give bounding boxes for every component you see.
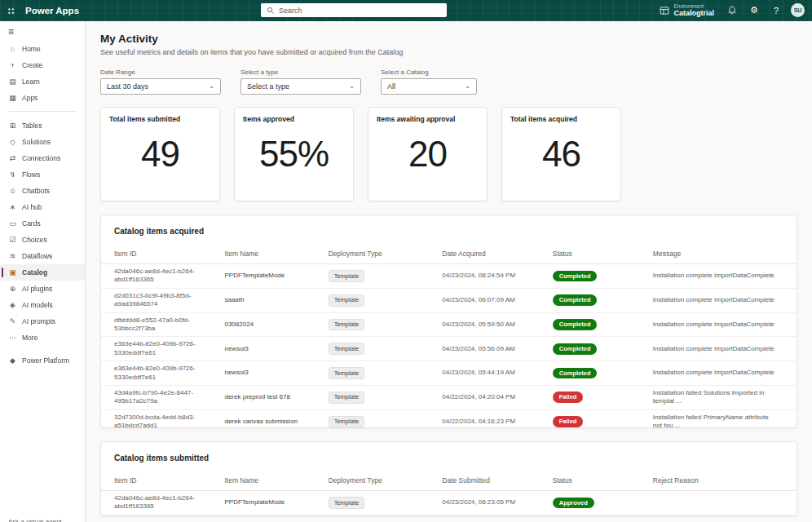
filter-type: Select a type Select a type ⌄ (241, 69, 361, 95)
help-button[interactable]: ? (769, 3, 783, 18)
sidebar-item-cards[interactable]: ▭ Cards (0, 215, 85, 232)
ask-virtual-agent-link[interactable]: Ask a virtual agent (8, 518, 62, 522)
table-row[interactable]: 42da046c-ae8d-4ec1-b264-abd1ff163365 PPD… (101, 491, 797, 515)
bot-icon: ☺ (8, 187, 17, 195)
ai-hub-icon: ∗ (8, 203, 17, 211)
sidebar-item-more[interactable]: ⋯ More (0, 330, 85, 346)
sidebar-item-ai-hub[interactable]: ∗ AI hub (0, 199, 85, 215)
sidebar-item-label: Apps (22, 94, 38, 102)
status-badge: Completed (553, 271, 598, 282)
sidebar-item-chatbots[interactable]: ☺ Chatbots (0, 183, 85, 199)
app-name: Power Apps (25, 6, 79, 15)
choices-icon: ☑ (8, 236, 17, 244)
dropdown-value: Select a type (247, 82, 289, 91)
acquired-table-scroll-area[interactable]: 42da046c-ae8d-4ec1-b264-abd1ff163365 PPD… (101, 264, 797, 427)
metric-value: 20 (377, 134, 479, 175)
sidebar-item-label: Power Platform (22, 356, 69, 365)
metric-value: 46 (510, 134, 612, 175)
environment-switcher[interactable]: Environment Catalogtrial (656, 2, 717, 18)
item-name: 03082024 (224, 317, 328, 332)
deployment-type-badge: Template (329, 416, 364, 427)
status-badge: Completed (553, 368, 598, 379)
sidebar-item-apps[interactable]: ▦ Apps (0, 90, 85, 106)
sidebar-item-choices[interactable]: ☑ Choices (0, 232, 85, 248)
deployment-type-badge: Template (329, 294, 364, 307)
deployment-type-badge: Template (329, 367, 364, 379)
top-bar: Power Apps Search Environment Catalogtri… (0, 0, 812, 21)
status-badge: Approved (553, 498, 594, 509)
sidebar-item-label: Choices (22, 236, 47, 244)
sidebar-item-label: AI models (22, 301, 53, 309)
sidebar-divider (8, 111, 77, 112)
table-row[interactable]: 43d4a9fc-b790-4e2e-8447-495b17a2c79a der… (101, 386, 797, 410)
filter-date-range: Date Range Last 30 days ⌄ (100, 69, 221, 95)
metric-card-items-approved: Items approved 55% (234, 107, 354, 201)
table-row[interactable]: e363e44b-82e0-409b-9726-5330eddf7e61 new… (101, 361, 797, 386)
metric-value: 49 (109, 134, 211, 175)
table-row[interactable]: 42da046c-ae8d-4ec1-b264-abd1ff163365 PPD… (101, 264, 797, 289)
sidebar-item-catalog[interactable]: ▣ Catalog (0, 264, 85, 281)
main-content: My Activity See useful metrics and detai… (86, 21, 812, 522)
column-header: Deployment Type (329, 473, 443, 490)
catalog-dropdown[interactable]: All ⌄ (381, 78, 477, 95)
message: Installation complete ImportDataComplete (653, 342, 783, 356)
metric-value: 55% (243, 134, 345, 175)
column-header: Reject Reason (653, 473, 783, 490)
app-launcher-button[interactable] (0, 0, 21, 21)
settings-button[interactable]: ⚙ (747, 3, 761, 18)
message: Installation failed PrimaryName attribut… (653, 410, 783, 427)
column-header: Item ID (114, 473, 224, 490)
sidebar-item-label: Tables (22, 122, 42, 130)
sidebar-item-ai-prompts[interactable]: ✎ AI prompts (0, 313, 85, 330)
plus-icon: + (8, 61, 17, 69)
table-row[interactable]: d2d031c3-0c9f-49b3-8f5d-a9ad39846574 saa… (101, 289, 797, 313)
message: Installation complete ImportDataComplete (653, 268, 783, 283)
column-header: Date Acquired (442, 246, 552, 263)
home-icon: ⌂ (8, 45, 17, 53)
metric-label: Items approved (243, 115, 345, 123)
item-name: newsol3 (224, 365, 328, 380)
sidebar-item-ai-plugins[interactable]: ⊕ AI plugins (0, 281, 85, 297)
message: Installation complete ImportDataComplete (653, 317, 783, 332)
top-bar-right: Environment Catalogtrial ⚙ ? SU (656, 2, 812, 18)
column-header: Status (553, 473, 653, 490)
sidebar-item-dataflows[interactable]: ≋ Dataflows (0, 248, 85, 264)
sidebar-item-power-platform[interactable]: ◆ Power Platform (0, 352, 85, 369)
sidebar-item-label: AI prompts (22, 317, 55, 325)
search-input[interactable]: Search (261, 3, 447, 17)
sidebar-item-solutions[interactable]: ◇ Solutions (0, 134, 85, 150)
sidebar-item-flows[interactable]: ↯ Flows (0, 166, 85, 183)
date-acquired: 04/23/2024, 05:59:50 AM (442, 317, 552, 332)
sidebar-item-connections[interactable]: ⇄ Connections (0, 150, 85, 166)
cards-icon: ▭ (8, 219, 17, 228)
date-range-dropdown[interactable]: Last 30 days ⌄ (100, 78, 221, 95)
sidebar-item-label: Chatbots (22, 187, 50, 195)
collapse-nav-button[interactable]: ≡ (0, 24, 85, 39)
metric-label: Total items submitted (109, 115, 211, 123)
sidebar-item-tables[interactable]: ⊞ Tables (0, 117, 85, 134)
apps-grid-icon: ▦ (8, 94, 17, 102)
table-row[interactable]: dfbbfdd8-e552-47a0-b0fd-53bbcc2f73ba 030… (101, 313, 797, 338)
avatar[interactable]: SU (791, 3, 805, 17)
table-row[interactable]: 32d7300d-bcda-4edd-b8d3-a51bdcd7add1 der… (101, 410, 797, 427)
table-row[interactable]: e363e44b-82e0-409b-9726-5330eddf7e61 new… (101, 337, 797, 361)
section-title: Catalog items submitted (101, 453, 797, 473)
sidebar-item-ai-models[interactable]: ◈ AI models (0, 297, 85, 313)
column-header: Deployment Type (329, 246, 443, 263)
sidebar-item-home[interactable]: ⌂ Home (0, 41, 85, 57)
sidebar-item-create[interactable]: + Create (0, 57, 85, 73)
sidebar-item-label: More (22, 334, 38, 342)
book-icon: ▤ (8, 77, 17, 86)
metric-label: Total items acquired (510, 115, 612, 123)
item-name: PPDFTemplateMode (224, 495, 328, 510)
status-badge: Failed (553, 416, 584, 427)
sidebar-item-label: Learn (22, 77, 40, 86)
type-dropdown[interactable]: Select a type ⌄ (241, 78, 361, 95)
sidebar-item-learn[interactable]: ▤ Learn (0, 73, 85, 90)
notifications-button[interactable] (725, 3, 739, 18)
section-title: Catalog items acquired (101, 227, 797, 246)
item-id: d2d031c3-0c9f-49b3-8f5d-a9ad39846574 (114, 289, 224, 312)
sidebar-item-label: Cards (22, 219, 41, 228)
table-icon: ⊞ (8, 122, 17, 130)
filter-catalog: Select a Catalog All ⌄ (381, 69, 477, 95)
